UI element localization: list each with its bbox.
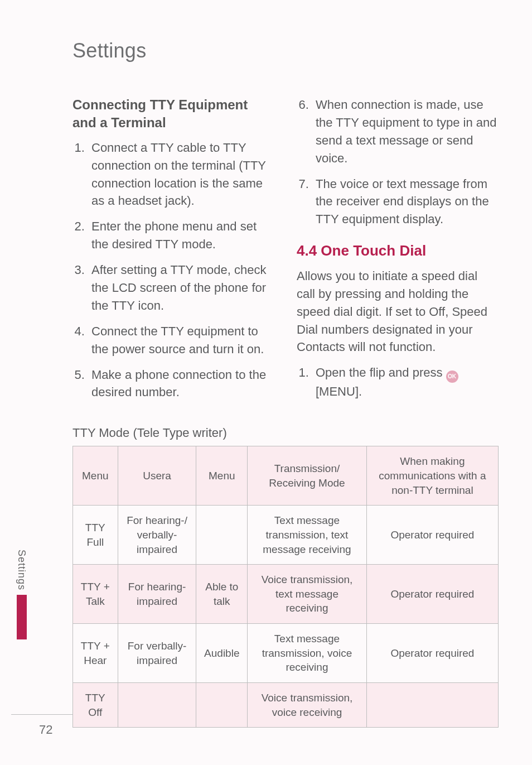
table-row: TTY Full For hearing-/ verbally- impaire… bbox=[73, 506, 499, 565]
table-cell: Voice transmission, text message receivi… bbox=[248, 565, 367, 624]
side-tab: Settings bbox=[16, 550, 27, 639]
table-cell: TTY Full bbox=[73, 506, 118, 565]
list-item: When connection is made, use the TTY equ… bbox=[312, 96, 499, 167]
table-header-row: Menu Usera Menu Transmission/ Receiving … bbox=[73, 446, 499, 506]
side-tab-bar bbox=[17, 595, 27, 639]
section-heading: 4.4 One Touch Dial bbox=[297, 240, 499, 262]
chapter-title: Settings bbox=[72, 39, 499, 62]
table-caption: TTY Mode (Tele Type writer) bbox=[72, 426, 499, 440]
page-number-rule bbox=[11, 714, 72, 715]
table-header-cell: Menu bbox=[196, 446, 248, 506]
table-cell: Able to talk bbox=[196, 565, 248, 624]
table-cell: TTY + Talk bbox=[73, 565, 118, 624]
list-item: Make a phone connection to the desired n… bbox=[88, 366, 274, 402]
table-cell: For hearing-/ verbally- impaired bbox=[118, 506, 196, 565]
table-cell: Operator required bbox=[366, 624, 498, 683]
table-cell bbox=[196, 683, 248, 728]
list-item: The voice or text message from the recei… bbox=[312, 175, 499, 229]
table-cell bbox=[366, 683, 498, 728]
side-tab-label: Settings bbox=[16, 550, 27, 590]
step-text-prefix: Open the flip and press bbox=[316, 365, 446, 379]
list-item: Enter the phone menu and set the desired… bbox=[88, 218, 274, 253]
table-cell bbox=[196, 506, 248, 565]
table-cell: For hearing- impaired bbox=[118, 565, 196, 624]
left-ordered-list: Connect a TTY cable to TTY connection on… bbox=[72, 139, 274, 402]
right-column: When connection is made, use the TTY equ… bbox=[297, 96, 499, 409]
list-item: Connect the TTY equipment to the power s… bbox=[88, 323, 274, 358]
right-step-list: Open the flip and press OK [MENU]. bbox=[297, 364, 499, 401]
table-cell: TTY + Hear bbox=[73, 624, 118, 683]
table-cell: TTY Off bbox=[73, 683, 118, 728]
table-row: TTY + Talk For hearing- impaired Able to… bbox=[73, 565, 499, 624]
table-cell: Text message transmission, text message … bbox=[248, 506, 367, 565]
table-cell: Audible bbox=[196, 624, 248, 683]
table-row: TTY Off Voice transmission, voice receiv… bbox=[73, 683, 499, 728]
ok-icon: OK bbox=[446, 371, 458, 383]
table-header-cell: Usera bbox=[118, 446, 196, 506]
right-ordered-list: When connection is made, use the TTY equ… bbox=[297, 96, 499, 228]
table-cell: Operator required bbox=[366, 506, 498, 565]
table-row: TTY + Hear For verbally- impaired Audibl… bbox=[73, 624, 499, 683]
table-cell: Text message transmission, voice receivi… bbox=[248, 624, 367, 683]
two-column-layout: Connecting TTY Equipment and a Terminal … bbox=[72, 96, 499, 409]
table-header-cell: Transmission/ Receiving Mode bbox=[248, 446, 367, 506]
left-column: Connecting TTY Equipment and a Terminal … bbox=[72, 96, 274, 409]
step-text-suffix: [MENU]. bbox=[316, 384, 362, 398]
list-item: Connect a TTY cable to TTY connection on… bbox=[88, 139, 274, 210]
section-body: Allows you to initiate a speed dial call… bbox=[297, 267, 499, 356]
table-cell: For verbally- impaired bbox=[118, 624, 196, 683]
table-header-cell: Menu bbox=[73, 446, 118, 506]
page-number: 72 bbox=[39, 723, 52, 737]
list-item: Open the flip and press OK [MENU]. bbox=[312, 364, 499, 401]
list-item: After setting a TTY mode, check the LCD … bbox=[88, 261, 274, 315]
table-cell bbox=[118, 683, 196, 728]
table-header-cell: When making communications with a non-TT… bbox=[366, 446, 498, 506]
subsection-heading: Connecting TTY Equipment and a Terminal bbox=[72, 96, 274, 132]
tty-mode-table: Menu Usera Menu Transmission/ Receiving … bbox=[72, 446, 499, 728]
table-cell: Voice transmission, voice receiving bbox=[248, 683, 367, 728]
table-cell: Operator required bbox=[366, 565, 498, 624]
